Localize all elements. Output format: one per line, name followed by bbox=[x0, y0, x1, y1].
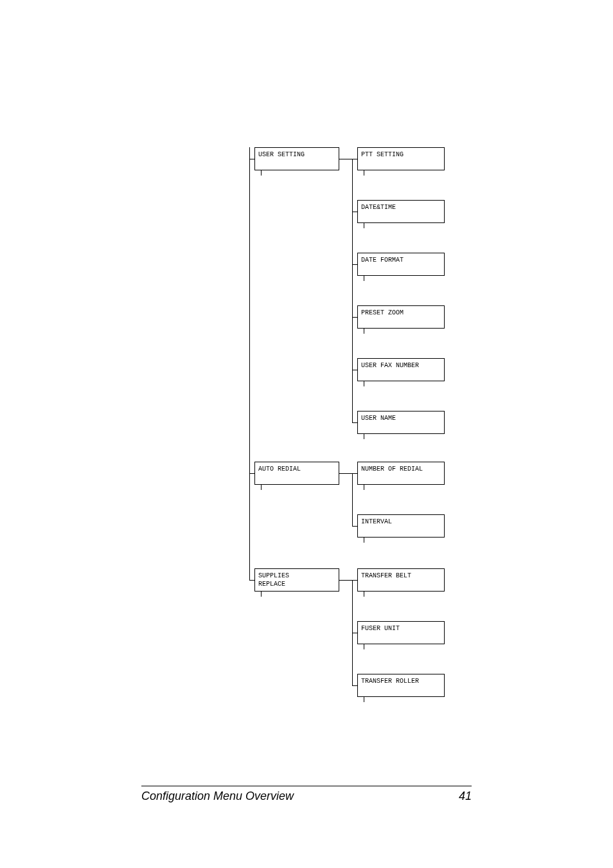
connector-line bbox=[364, 381, 364, 386]
connector-line bbox=[249, 580, 254, 581]
menu-transfer-belt: TRANSFER BELT bbox=[357, 568, 445, 592]
menu-auto-redial: AUTO REDIAL bbox=[254, 462, 339, 485]
connector-line bbox=[352, 159, 357, 159]
menu-date-format: DATE FORMAT bbox=[357, 253, 445, 276]
footer-divider bbox=[141, 786, 472, 786]
connector-line bbox=[352, 633, 357, 633]
connector-line bbox=[352, 526, 357, 527]
menu-preset-zoom: PRESET ZOOM bbox=[357, 305, 445, 329]
connector-line bbox=[364, 538, 364, 543]
connector-line bbox=[261, 592, 262, 597]
menu-date-time: DATE&TIME bbox=[357, 200, 445, 223]
connector-line bbox=[364, 697, 364, 702]
menu-ptt-setting: PTT SETTING bbox=[357, 147, 445, 170]
connector-line bbox=[364, 170, 364, 176]
connector-line bbox=[364, 223, 364, 228]
menu-number-of-redial: NUMBER OF REDIAL bbox=[357, 462, 445, 485]
menu-interval: INTERVAL bbox=[357, 514, 445, 538]
menu-transfer-roller: TRANSFER ROLLER bbox=[357, 674, 445, 697]
connector-line bbox=[339, 159, 352, 159]
menu-user-name: USER NAME bbox=[357, 411, 445, 434]
connector-line bbox=[352, 159, 353, 422]
connector-line bbox=[364, 434, 364, 439]
connector-line bbox=[352, 685, 357, 686]
connector-line bbox=[364, 329, 364, 334]
connector-line bbox=[352, 370, 357, 370]
menu-fuser-unit: FUSER UNIT bbox=[357, 621, 445, 644]
connector-line bbox=[261, 485, 262, 490]
connector-line bbox=[352, 422, 357, 423]
connector-line bbox=[364, 276, 364, 281]
connector-line bbox=[352, 473, 353, 526]
connector-line bbox=[364, 592, 364, 597]
connector-line bbox=[352, 264, 357, 265]
connector-line bbox=[364, 485, 364, 490]
connector-line bbox=[339, 473, 352, 474]
connector-line bbox=[249, 159, 254, 159]
connector-line bbox=[352, 212, 357, 212]
footer-page-number: 41 bbox=[459, 790, 472, 803]
menu-user-fax-number: USER FAX NUMBER bbox=[357, 358, 445, 381]
connector-line bbox=[261, 170, 262, 176]
connector-line bbox=[352, 473, 357, 474]
page-footer: Configuration Menu Overview 41 bbox=[141, 790, 472, 803]
menu-supplies-replace: SUPPLIES REPLACE bbox=[254, 568, 339, 592]
connector-line bbox=[364, 644, 364, 649]
connector-line bbox=[249, 147, 250, 580]
footer-title: Configuration Menu Overview bbox=[141, 790, 294, 803]
menu-user-setting: USER SETTING bbox=[254, 147, 339, 170]
connector-line bbox=[352, 317, 357, 318]
connector-line bbox=[249, 473, 254, 474]
page: USER SETTING AUTO REDIAL SUPPLIES REPLAC… bbox=[0, 0, 613, 868]
connector-line bbox=[339, 580, 352, 581]
menu-tree-diagram: USER SETTING AUTO REDIAL SUPPLIES REPLAC… bbox=[0, 0, 613, 868]
connector-line bbox=[352, 580, 357, 581]
